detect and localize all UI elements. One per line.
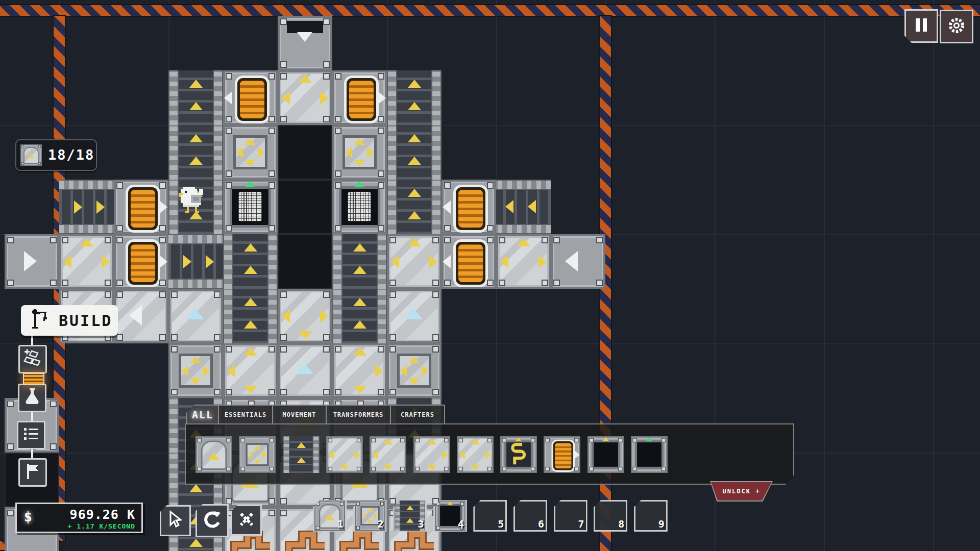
hotbar-slot-number: 9 [658, 518, 665, 530]
map-tile-belt[interactable] [223, 234, 278, 289]
list-icon [21, 424, 41, 446]
hotbar-slot-6[interactable]: 6 [513, 500, 547, 532]
map-tile-belt[interactable] [168, 234, 223, 289]
tab-movement[interactable]: MOVEMENT [273, 406, 327, 423]
exporter-icon[interactable] [631, 436, 668, 473]
extractor-icon[interactable] [20, 144, 42, 166]
map-tile-collector[interactable] [168, 343, 223, 398]
unlock-button-frame: UNLOCK + [710, 481, 773, 502]
rotate-icon [202, 509, 223, 533]
map-tile-splitter[interactable] [223, 343, 278, 398]
map-tile-splitter[interactable] [332, 343, 387, 398]
map-tile-belt[interactable] [223, 289, 278, 343]
delete-tool-button[interactable] [231, 505, 262, 536]
map-tile-splitter[interactable] [387, 234, 442, 289]
hotbar-slot-number: 7 [578, 518, 584, 530]
hotbar-slot-7[interactable]: 7 [554, 500, 587, 532]
sidebar-item-research[interactable] [18, 384, 46, 412]
map-tile-seller[interactable] [332, 180, 387, 234]
tab-all[interactable]: ALL [187, 406, 219, 423]
map-tile-hole [278, 234, 332, 289]
map-tile-glasstri[interactable] [387, 289, 442, 343]
conveyor-icon[interactable] [283, 436, 320, 473]
map-tile-port[interactable] [551, 234, 605, 289]
map-tile-glasstri[interactable] [168, 289, 223, 343]
money-rate: + 1.17 K/SECOND [68, 522, 135, 530]
build-button[interactable]: BUILD [21, 305, 118, 336]
splitter-left-right-down-icon[interactable] [326, 436, 363, 473]
map-tile-belt[interactable] [332, 289, 387, 343]
settings-button[interactable] [940, 10, 973, 43]
map-tile-heater[interactable] [114, 180, 168, 234]
game-stage: 18/18 BUILD $ 969.26 K + 1.17 K/SECOND A… [0, 0, 980, 551]
map-tile-belt[interactable] [496, 180, 551, 234]
map-tile-collector[interactable] [387, 343, 442, 398]
map-tile-hole [278, 180, 332, 234]
flask-icon [22, 387, 42, 409]
gear-icon [946, 15, 967, 38]
router-icon[interactable] [500, 436, 537, 473]
map-tile-glasstri[interactable] [278, 343, 332, 398]
map-tile-glassarrow[interactable] [114, 289, 168, 343]
sidebar-item-quests[interactable] [17, 421, 45, 449]
map-tile-collector[interactable] [223, 125, 278, 180]
hotbar-slot-2[interactable]: 2 [353, 500, 387, 532]
heater-icon[interactable] [544, 436, 580, 473]
map-tile-belt[interactable] [168, 70, 223, 125]
map-tile-heater[interactable] [332, 70, 387, 125]
hotbar-slot-1[interactable]: 1 [313, 500, 347, 532]
tab-crafters[interactable]: CRAFTERS [391, 406, 444, 423]
cursor-icon [165, 510, 186, 532]
map-tile-belt[interactable] [387, 180, 442, 234]
collector-icon[interactable] [239, 436, 276, 473]
add-cards-icon [22, 348, 43, 370]
map-tile-belt[interactable] [387, 125, 442, 180]
map-tile-collector[interactable] [332, 125, 387, 180]
map-tile-intake[interactable] [278, 16, 332, 70]
bird-character [179, 185, 209, 217]
extractor-icon [20, 144, 42, 166]
hotbar-slot-number: 8 [618, 518, 624, 530]
tab-transformers[interactable]: TRANSFORMERS [327, 406, 391, 423]
hotbar-slot-3[interactable]: 3 [393, 500, 427, 532]
unlock-button-label: UNLOCK + [723, 488, 761, 495]
hotbar-slot-9[interactable]: 9 [634, 500, 668, 532]
map-tile-splitter[interactable] [496, 234, 551, 289]
pause-icon [912, 16, 930, 36]
map-tile-belt[interactable] [332, 234, 387, 289]
crane-icon [28, 308, 52, 333]
map-tile-heater[interactable] [442, 234, 496, 289]
hotbar-slot-5[interactable]: 5 [473, 500, 507, 532]
map-tile-heater[interactable] [223, 70, 278, 125]
sidebar-item-milestones[interactable] [18, 458, 47, 487]
tab-essentials[interactable]: ESSENTIALS [219, 406, 273, 423]
build-button-label: BUILD [59, 312, 112, 330]
hotbar-slot-4[interactable]: 4 [433, 500, 467, 532]
splitter-up-left-down-icon[interactable] [370, 436, 406, 473]
splitter-all-ways-icon[interactable] [457, 436, 494, 473]
map-tile-heater[interactable] [442, 180, 496, 234]
select-tool-button[interactable] [160, 505, 191, 536]
map-tile-port[interactable] [5, 234, 59, 289]
unlock-button[interactable]: UNLOCK + [711, 482, 772, 500]
map-tile-belt[interactable] [387, 70, 442, 125]
map-tile-belt[interactable] [168, 125, 223, 180]
storage-icon[interactable] [587, 436, 624, 473]
map-tile-splitter[interactable] [278, 70, 332, 125]
storage-counter[interactable]: 18/18 [15, 139, 97, 171]
map-tile-seller[interactable] [223, 180, 278, 234]
hazard-stripe-top [0, 5, 980, 16]
hotbar-slot-8[interactable]: 8 [594, 500, 627, 532]
hotbar-slot-number: 6 [538, 518, 544, 530]
splitter-up-right-down-icon[interactable] [413, 436, 450, 473]
rotate-tool-button[interactable] [195, 504, 229, 537]
map-tile-heater[interactable] [114, 234, 168, 289]
extractor-icon[interactable] [195, 436, 232, 473]
pause-button[interactable] [904, 9, 938, 43]
money-panel: $ 969.26 K + 1.17 K/SECOND [15, 503, 143, 533]
map-tile-belt[interactable] [59, 180, 114, 234]
map-tile-splitter[interactable] [59, 234, 114, 289]
heater-unlock-node[interactable] [23, 373, 44, 385]
sidebar-item-blueprints[interactable] [18, 345, 47, 373]
map-tile-splitter[interactable] [278, 289, 332, 343]
